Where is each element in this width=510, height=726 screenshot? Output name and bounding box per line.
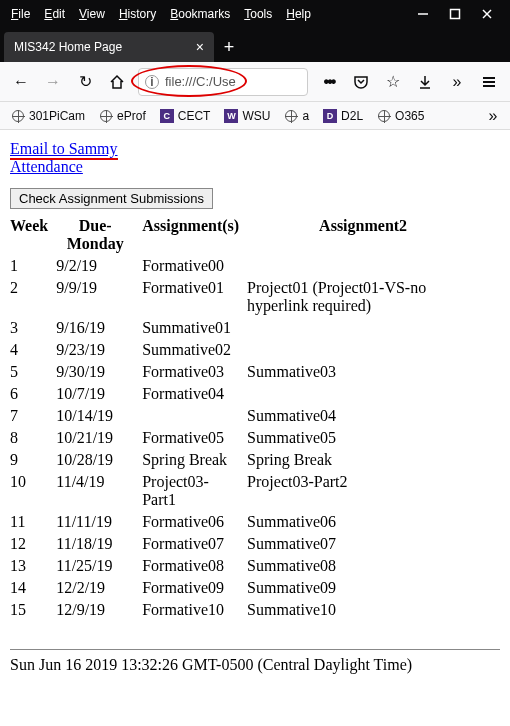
cell: Formative06 — [142, 511, 247, 533]
bookmark-o365[interactable]: O365 — [372, 109, 429, 123]
bookmark-bar: 301PiCameProfCCECTWWSUaDD2LO365 » — [0, 102, 510, 130]
menu-view[interactable]: View — [72, 7, 112, 21]
cell: 10/7/19 — [56, 383, 142, 405]
bookmark-label: a — [302, 109, 309, 123]
info-icon[interactable]: i — [145, 75, 159, 89]
menu-tools[interactable]: Tools — [237, 7, 279, 21]
cell: 10 — [10, 471, 56, 511]
table-row: 29/9/19Formative01Project01 (Project01-V… — [10, 277, 487, 317]
maximize-button[interactable] — [446, 5, 464, 23]
col-header: Week — [10, 215, 56, 255]
page-actions-icon[interactable]: ••• — [314, 67, 344, 97]
url-text: file:///C:/Use — [165, 74, 301, 89]
col-header: Assignment(s) — [142, 215, 247, 255]
col-header: Assignment2 — [247, 215, 487, 255]
new-tab-button[interactable]: + — [214, 32, 244, 62]
cell: Summative03 — [247, 361, 487, 383]
tab-active[interactable]: MIS342 Home Page × — [4, 32, 214, 62]
table-row: 810/21/19Formative05Summative05 — [10, 427, 487, 449]
table-row: 1211/18/19Formative07Summative07 — [10, 533, 487, 555]
table-row: 1311/25/19Formative08Summative08 — [10, 555, 487, 577]
back-button[interactable]: ← — [6, 67, 36, 97]
menu-file[interactable]: File — [4, 7, 37, 21]
table-row: 910/28/19Spring BreakSpring Break — [10, 449, 487, 471]
site-icon: W — [224, 109, 238, 123]
bookmark-d2l[interactable]: DD2L — [318, 109, 368, 123]
close-window-button[interactable] — [478, 5, 496, 23]
cell — [247, 317, 487, 339]
table-row: 39/16/19Summative01 — [10, 317, 487, 339]
menu-bookmarks[interactable]: Bookmarks — [163, 7, 237, 21]
table-row: 19/2/19Formative00 — [10, 255, 487, 277]
table-row: 1512/9/19Formative10Summative10 — [10, 599, 487, 621]
download-icon[interactable] — [410, 67, 440, 97]
forward-button[interactable]: → — [38, 67, 68, 97]
cell: Summative05 — [247, 427, 487, 449]
bookmark-label: eProf — [117, 109, 146, 123]
bookmark-a[interactable]: a — [279, 109, 314, 123]
cell: 13 — [10, 555, 56, 577]
close-tab-icon[interactable]: × — [196, 39, 204, 55]
bookmark-wsu[interactable]: WWSU — [219, 109, 275, 123]
cell: Summative07 — [247, 533, 487, 555]
cell: Spring Break — [142, 449, 247, 471]
cell: 12/2/19 — [56, 577, 142, 599]
cell: Formative08 — [142, 555, 247, 577]
menu-bar: FileEditViewHistoryBookmarksToolsHelp — [0, 0, 510, 28]
cell: Spring Break — [247, 449, 487, 471]
cell: 6 — [10, 383, 56, 405]
schedule-table: WeekDue-MondayAssignment(s)Assignment2 1… — [10, 215, 487, 621]
cell: 5 — [10, 361, 56, 383]
bookmark-301picam[interactable]: 301PiCam — [6, 109, 90, 123]
bookmark-cect[interactable]: CCECT — [155, 109, 216, 123]
menu-edit[interactable]: Edit — [37, 7, 72, 21]
cell: Summative01 — [142, 317, 247, 339]
check-submissions-button[interactable]: Check Assignment Submissions — [10, 188, 213, 209]
cell: Project03-Part2 — [247, 471, 487, 511]
cell: 15 — [10, 599, 56, 621]
cell: 11/18/19 — [56, 533, 142, 555]
pocket-icon[interactable] — [346, 67, 376, 97]
cell: 3 — [10, 317, 56, 339]
cell — [247, 339, 487, 361]
page-content: Email to Sammy Attendance Check Assignme… — [0, 130, 510, 684]
table-row: 1011/4/19Project03-Part1Project03-Part2 — [10, 471, 487, 511]
bookmark-label: 301PiCam — [29, 109, 85, 123]
divider — [10, 649, 500, 650]
cell: Formative04 — [142, 383, 247, 405]
col-header: Due-Monday — [56, 215, 142, 255]
cell: Formative09 — [142, 577, 247, 599]
cell: 4 — [10, 339, 56, 361]
cell: Formative07 — [142, 533, 247, 555]
link-attendance[interactable]: Attendance — [10, 158, 83, 175]
tab-title: MIS342 Home Page — [14, 40, 188, 54]
minimize-button[interactable] — [414, 5, 432, 23]
bookmark-label: CECT — [178, 109, 211, 123]
home-button[interactable] — [102, 67, 132, 97]
cell: Summative09 — [247, 577, 487, 599]
bookmark-eprof[interactable]: eProf — [94, 109, 151, 123]
globe-icon — [11, 109, 25, 123]
timestamp: Sun Jun 16 2019 13:32:26 GMT-0500 (Centr… — [10, 656, 500, 674]
overflow-chevrons-icon[interactable]: » — [442, 67, 472, 97]
url-bar[interactable]: i file:///C:/Use — [138, 68, 308, 96]
cell: 2 — [10, 277, 56, 317]
cell — [142, 405, 247, 427]
menu-history[interactable]: History — [112, 7, 163, 21]
cell: 11 — [10, 511, 56, 533]
cell: 9/30/19 — [56, 361, 142, 383]
bookmark-overflow-icon[interactable]: » — [482, 105, 504, 127]
cell: 9/2/19 — [56, 255, 142, 277]
bookmark-star-icon[interactable]: ☆ — [378, 67, 408, 97]
cell — [247, 255, 487, 277]
svg-rect-1 — [451, 10, 460, 19]
nav-bar: ← → ↻ i file:///C:/Use ••• ☆ » — [0, 62, 510, 102]
bookmark-label: O365 — [395, 109, 424, 123]
reload-button[interactable]: ↻ — [70, 67, 100, 97]
hamburger-menu-icon[interactable] — [474, 67, 504, 97]
menu-help[interactable]: Help — [279, 7, 318, 21]
cell: Summative04 — [247, 405, 487, 427]
link-email[interactable]: Email to Sammy — [10, 140, 118, 157]
site-icon: C — [160, 109, 174, 123]
cell: 11/11/19 — [56, 511, 142, 533]
